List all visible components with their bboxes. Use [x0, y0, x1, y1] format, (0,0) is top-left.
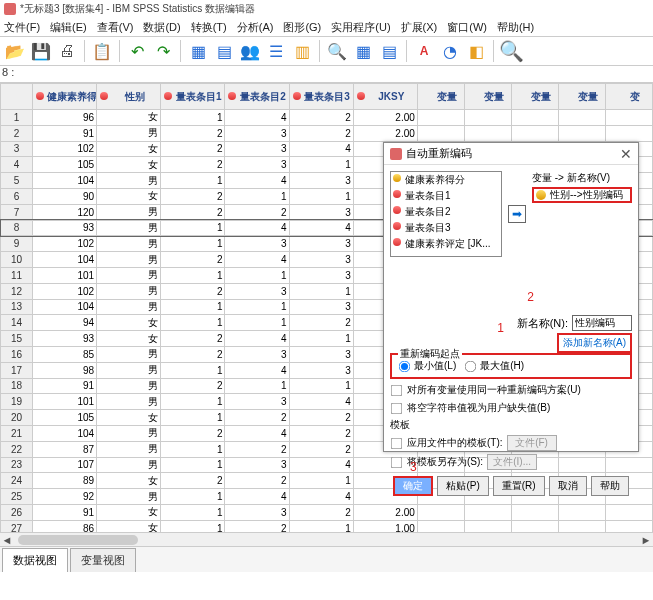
- data-cell[interactable]: 4: [289, 489, 353, 505]
- data-cell[interactable]: 1: [289, 283, 353, 299]
- insert-var-icon[interactable]: ▤: [378, 40, 400, 62]
- data-cell[interactable]: 85: [33, 346, 97, 362]
- data-cell[interactable]: [605, 504, 652, 520]
- move-right-button[interactable]: ➡: [508, 205, 526, 223]
- data-cell[interactable]: [417, 504, 464, 520]
- data-cell[interactable]: 女: [97, 473, 161, 489]
- radio-min[interactable]: 最小值(L): [398, 359, 456, 373]
- row-number[interactable]: 2: [1, 125, 33, 141]
- menu-item[interactable]: 文件(F): [4, 21, 40, 33]
- data-cell[interactable]: 1: [161, 236, 225, 252]
- data-cell[interactable]: 4: [289, 220, 353, 236]
- data-cell[interactable]: 105: [33, 157, 97, 173]
- undo-icon[interactable]: ↶: [126, 40, 148, 62]
- data-cell[interactable]: 2: [161, 125, 225, 141]
- data-cell[interactable]: 男: [97, 299, 161, 315]
- data-cell[interactable]: [605, 125, 652, 141]
- data-cell[interactable]: 102: [33, 141, 97, 157]
- data-cell[interactable]: [511, 110, 558, 126]
- data-cell[interactable]: 男: [97, 425, 161, 441]
- data-cell[interactable]: 2: [161, 331, 225, 347]
- data-cell[interactable]: 1: [161, 457, 225, 473]
- data-cell[interactable]: 1: [289, 188, 353, 204]
- column-header[interactable]: 量表条目3: [289, 84, 353, 110]
- split-file-icon[interactable]: ▥: [291, 40, 313, 62]
- source-var-item[interactable]: 量表条目2: [391, 204, 501, 220]
- data-cell[interactable]: [464, 110, 511, 126]
- row-number[interactable]: 10: [1, 252, 33, 268]
- data-cell[interactable]: 2: [225, 441, 289, 457]
- data-cell[interactable]: 2.00: [353, 110, 417, 126]
- variables-icon[interactable]: 👥: [239, 40, 261, 62]
- data-cell[interactable]: 3: [289, 299, 353, 315]
- data-cell[interactable]: 女: [97, 141, 161, 157]
- data-cell[interactable]: 3: [225, 141, 289, 157]
- data-cell[interactable]: 1: [225, 378, 289, 394]
- data-cell[interactable]: 3: [225, 457, 289, 473]
- paste-button[interactable]: 粘贴(P): [437, 476, 488, 496]
- data-cell[interactable]: [417, 125, 464, 141]
- data-cell[interactable]: 1: [225, 315, 289, 331]
- menu-item[interactable]: 实用程序(U): [331, 21, 390, 33]
- data-cell[interactable]: 4: [225, 252, 289, 268]
- data-cell[interactable]: 3: [225, 346, 289, 362]
- data-cell[interactable]: 4: [225, 331, 289, 347]
- data-cell[interactable]: 1: [161, 504, 225, 520]
- column-header[interactable]: 变: [605, 84, 652, 110]
- select-cases-icon[interactable]: ☰: [265, 40, 287, 62]
- data-cell[interactable]: 2.00: [353, 125, 417, 141]
- data-cell[interactable]: 女: [97, 188, 161, 204]
- weight-icon[interactable]: ◧: [465, 40, 487, 62]
- row-number[interactable]: 25: [1, 489, 33, 505]
- row-number[interactable]: 5: [1, 173, 33, 189]
- data-cell[interactable]: 1: [161, 489, 225, 505]
- menu-item[interactable]: 扩展(X): [401, 21, 438, 33]
- data-cell[interactable]: 2.00: [353, 504, 417, 520]
- data-cell[interactable]: 1: [161, 220, 225, 236]
- chk-same-scheme[interactable]: 对所有变量使用同一种重新编码方案(U): [390, 383, 632, 397]
- data-cell[interactable]: 105: [33, 410, 97, 426]
- data-cell[interactable]: 男: [97, 252, 161, 268]
- data-cell[interactable]: 4: [225, 362, 289, 378]
- data-cell[interactable]: 1: [225, 188, 289, 204]
- data-cell[interactable]: 2: [161, 378, 225, 394]
- menu-item[interactable]: 帮助(H): [497, 21, 534, 33]
- data-cell[interactable]: [464, 504, 511, 520]
- data-cell[interactable]: 男: [97, 283, 161, 299]
- data-cell[interactable]: 98: [33, 362, 97, 378]
- data-cell[interactable]: 1: [161, 441, 225, 457]
- data-cell[interactable]: 92: [33, 489, 97, 505]
- menu-item[interactable]: 查看(V): [97, 21, 134, 33]
- data-cell[interactable]: 男: [97, 346, 161, 362]
- row-number[interactable]: 14: [1, 315, 33, 331]
- data-cell[interactable]: [511, 125, 558, 141]
- data-cell[interactable]: 2: [225, 204, 289, 220]
- column-header[interactable]: JKSY: [353, 84, 417, 110]
- data-cell[interactable]: 1: [161, 299, 225, 315]
- data-cell[interactable]: 2: [289, 425, 353, 441]
- data-cell[interactable]: 96: [33, 110, 97, 126]
- data-cell[interactable]: [558, 110, 605, 126]
- data-cell[interactable]: 2: [289, 315, 353, 331]
- data-cell[interactable]: 4: [225, 173, 289, 189]
- data-cell[interactable]: 3: [289, 204, 353, 220]
- row-number[interactable]: 16: [1, 346, 33, 362]
- source-var-item[interactable]: 健康素养得分: [391, 172, 501, 188]
- data-cell[interactable]: [558, 504, 605, 520]
- data-cell[interactable]: 1: [161, 110, 225, 126]
- column-header[interactable]: 健康素养得分: [33, 84, 97, 110]
- data-cell[interactable]: 2: [161, 346, 225, 362]
- data-cell[interactable]: 101: [33, 394, 97, 410]
- tab-variable-view[interactable]: 变量视图: [70, 548, 136, 572]
- row-number[interactable]: 26: [1, 504, 33, 520]
- data-cell[interactable]: 4: [225, 425, 289, 441]
- target-item[interactable]: 性别-->性别编码: [532, 187, 632, 203]
- reset-button[interactable]: 重置(R): [493, 476, 545, 496]
- data-cell[interactable]: 3: [289, 252, 353, 268]
- data-cell[interactable]: 1: [225, 299, 289, 315]
- data-cell[interactable]: 男: [97, 394, 161, 410]
- data-cell[interactable]: 2: [289, 410, 353, 426]
- data-cell[interactable]: 101: [33, 267, 97, 283]
- data-cell[interactable]: 3: [225, 504, 289, 520]
- chk-save-template[interactable]: 将模板另存为(S):: [390, 455, 483, 469]
